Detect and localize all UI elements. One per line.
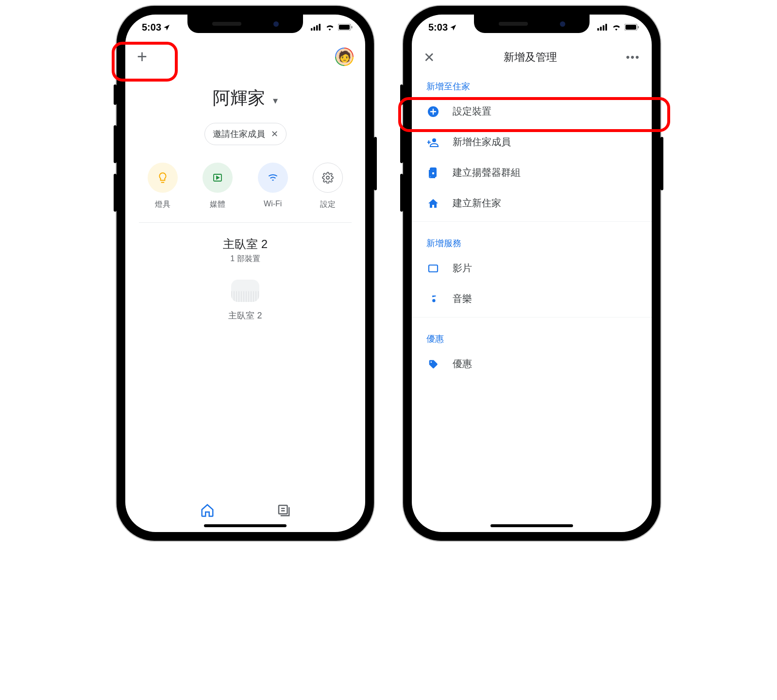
signal-icon: [597, 24, 608, 31]
item-video-label: 影片: [453, 262, 472, 275]
phone-frame-left: 5:03 + 🧑 阿輝家 ▾ 邀請住家成員 ✕: [117, 6, 374, 541]
quick-settings-label: 設定: [320, 200, 336, 210]
divider: [139, 222, 352, 223]
svg-rect-15: [625, 25, 636, 30]
signal-icon: [311, 24, 321, 31]
divider: [412, 221, 652, 222]
item-add-member[interactable]: 新增住家成員: [412, 127, 652, 157]
bottom-tab-bar: [125, 503, 365, 519]
item-new-home-label: 建立新住家: [453, 197, 501, 210]
item-music[interactable]: 音樂: [412, 283, 652, 314]
home-name-dropdown[interactable]: 阿輝家 ▾: [125, 86, 365, 110]
item-new-home[interactable]: 建立新住家: [412, 188, 652, 218]
device-card[interactable]: 主臥室 2: [228, 280, 262, 321]
quick-lights[interactable]: 燈具: [148, 163, 178, 210]
invite-label: 邀請住家成員: [213, 128, 265, 140]
section-add-to-home: 新增至住家: [412, 68, 652, 96]
speaker-device-icon: [231, 280, 259, 302]
quick-actions: 燈具 媒體 Wi-Fi 設定: [125, 145, 365, 222]
avatar-face-icon: 🧑: [336, 49, 353, 65]
quick-lights-label: 燈具: [155, 200, 170, 210]
device-label: 主臥室 2: [228, 310, 262, 321]
close-chip-icon[interactable]: ✕: [271, 129, 278, 139]
svg-rect-6: [352, 26, 353, 29]
screen-add-manage: 5:03 ✕ 新增及管理 ••• 新增至住家 設定裝置 新: [412, 15, 652, 532]
svg-point-21: [433, 169, 434, 171]
plus-circle-icon: [426, 106, 440, 117]
wifi-status-icon: [325, 24, 335, 31]
play-icon: [203, 163, 233, 193]
chevron-down-icon: ▾: [273, 95, 278, 106]
home-name-label: 阿輝家: [213, 88, 265, 108]
item-speaker-group-label: 建立揚聲器群組: [453, 166, 521, 179]
item-speaker-group[interactable]: 建立揚聲器群組: [412, 157, 652, 188]
room-title[interactable]: 主臥室 2: [125, 236, 365, 252]
phone-frame-right: 5:03 ✕ 新增及管理 ••• 新增至住家 設定裝置 新: [403, 6, 660, 541]
svg-point-8: [326, 176, 329, 179]
item-add-member-label: 新增住家成員: [453, 135, 511, 149]
svg-rect-9: [279, 505, 287, 514]
close-button[interactable]: ✕: [423, 50, 435, 66]
room-subtitle: 1 部裝置: [125, 254, 365, 264]
tab-home[interactable]: [200, 503, 215, 519]
invite-member-chip[interactable]: 邀請住家成員 ✕: [204, 123, 287, 145]
quick-media-label: 媒體: [210, 200, 225, 210]
tab-feed[interactable]: [276, 503, 291, 519]
item-offers-label: 優惠: [453, 357, 472, 370]
screen-home: 5:03 + 🧑 阿輝家 ▾ 邀請住家成員 ✕: [125, 15, 365, 532]
notch: [474, 15, 590, 33]
item-setup-device[interactable]: 設定裝置: [412, 96, 652, 127]
lightbulb-icon: [148, 163, 178, 193]
tag-icon: [426, 359, 440, 369]
status-time: 5:03: [142, 22, 161, 33]
home-icon: [426, 198, 440, 209]
item-video[interactable]: 影片: [412, 253, 652, 283]
quick-settings[interactable]: 設定: [313, 163, 343, 210]
quick-wifi[interactable]: Wi-Fi: [258, 163, 288, 210]
svg-point-20: [432, 171, 435, 174]
location-icon: [163, 24, 170, 31]
divider: [412, 317, 652, 317]
battery-icon: [625, 24, 639, 31]
video-icon: [426, 263, 440, 274]
profile-avatar[interactable]: 🧑: [335, 48, 354, 66]
person-add-icon: [426, 136, 440, 148]
svg-rect-11: [600, 27, 602, 31]
svg-rect-16: [638, 26, 639, 29]
svg-point-18: [432, 138, 436, 142]
item-offers[interactable]: 優惠: [412, 349, 652, 379]
item-music-label: 音樂: [453, 292, 472, 305]
quick-wifi-label: Wi-Fi: [264, 200, 282, 208]
wifi-icon: [258, 163, 288, 193]
svg-rect-5: [339, 25, 350, 30]
battery-icon: [338, 24, 353, 31]
svg-rect-3: [319, 24, 321, 31]
svg-rect-2: [316, 25, 318, 31]
location-icon: [450, 24, 457, 31]
quick-media[interactable]: 媒體: [203, 163, 233, 210]
svg-rect-0: [311, 28, 313, 31]
home-indicator[interactable]: [490, 524, 573, 527]
svg-rect-12: [603, 25, 605, 31]
svg-rect-10: [597, 28, 599, 31]
add-button[interactable]: +: [137, 48, 147, 66]
status-time: 5:03: [428, 22, 448, 33]
gear-icon: [313, 163, 343, 193]
svg-rect-22: [429, 265, 438, 272]
modal-title: 新增及管理: [504, 50, 557, 65]
item-setup-device-label: 設定裝置: [453, 105, 491, 118]
speaker-group-icon: [426, 167, 440, 179]
svg-rect-13: [606, 24, 608, 31]
more-menu-button[interactable]: •••: [626, 51, 640, 64]
wifi-status-icon: [611, 24, 621, 31]
home-indicator[interactable]: [204, 524, 287, 527]
notch: [187, 15, 303, 33]
section-offers: 優惠: [412, 320, 652, 349]
svg-rect-1: [314, 27, 316, 31]
section-add-services: 新增服務: [412, 225, 652, 253]
music-note-icon: [426, 294, 440, 304]
